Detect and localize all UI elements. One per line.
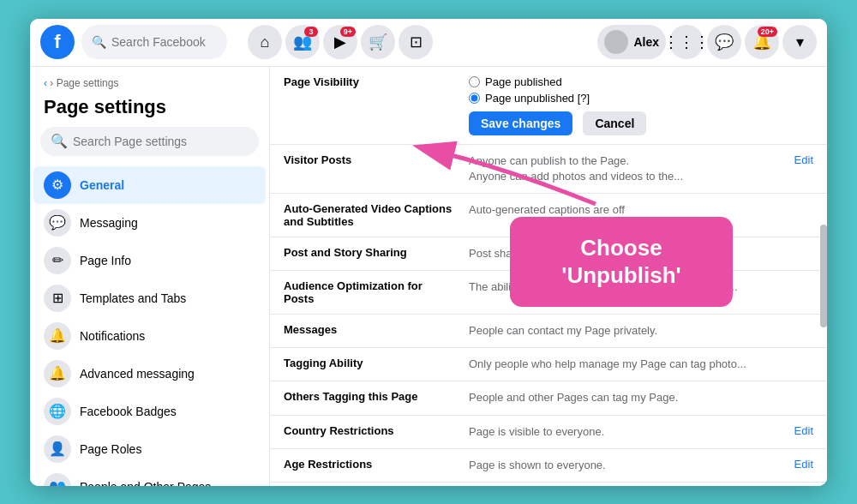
settings-row-visibility: Page Visibility Page published Page unpu… xyxy=(270,67,827,145)
published-option[interactable]: Page published xyxy=(469,75,813,88)
sidebar-item-label: Messaging xyxy=(80,216,138,230)
watch-badge: 9+ xyxy=(340,27,356,37)
home-nav-btn[interactable]: ⌂ xyxy=(248,25,282,59)
edit-btn[interactable]: Edit xyxy=(794,153,813,166)
notifications-badge: 20+ xyxy=(758,27,777,37)
row-value: People can contact my Page privately. xyxy=(469,323,813,339)
scroll-indicator[interactable] xyxy=(820,225,827,327)
sidebar-search-icon: 🔍 xyxy=(51,133,68,149)
messenger-btn[interactable]: 💬 xyxy=(707,25,741,59)
row-label: Auto-Generated Video Captions and Subtit… xyxy=(284,202,455,228)
row-label: Others Tagging this Page xyxy=(284,390,455,403)
row-value: Only people who help manage my Page can … xyxy=(469,357,813,372)
sidebar-item-general[interactable]: ⚙ General xyxy=(33,166,266,204)
unpublished-radio[interactable] xyxy=(469,93,480,104)
advanced-messaging-icon: 🔔 xyxy=(44,360,71,387)
settings-row-content-mod: Content Moderation No words are being bl… xyxy=(270,483,827,486)
settings-row-others-tagging: Others Tagging this Page People and othe… xyxy=(270,381,827,415)
user-avatar-btn[interactable]: Alex xyxy=(597,25,666,59)
grid-menu-btn[interactable]: ⋮⋮⋮ xyxy=(669,25,704,59)
sidebar-item-notifications[interactable]: 🔔 Notifications xyxy=(33,317,266,355)
marketplace-nav-btn[interactable]: 🛒 xyxy=(361,25,395,59)
settings-row-messages: Messages People can contact my Page priv… xyxy=(270,315,827,348)
visibility-btn-row: Save changes Cancel xyxy=(469,111,813,135)
avatar xyxy=(604,30,628,54)
row-value: Page is visible to everyone. xyxy=(469,424,781,440)
sidebar-item-label: Page Info xyxy=(80,254,131,267)
sidebar: ‹ › Page settings Page settings 🔍 ⚙ Gene… xyxy=(30,67,270,486)
browser-window: f 🔍 ⌂ 👥3 ▶9+ 🛒 ⊡ Alex ⋮⋮⋮ 💬 xyxy=(30,19,827,486)
row-label: Age Restrictions xyxy=(284,458,455,471)
sidebar-item-label: Notifications xyxy=(80,329,145,343)
gaming-nav-btn[interactable]: ⊡ xyxy=(399,25,433,59)
page-roles-icon: 👤 xyxy=(44,435,71,463)
right-nav-icons: Alex ⋮⋮⋮ 💬 🔔20+ ▾ xyxy=(597,25,817,59)
sidebar-item-label: Facebook Badges xyxy=(80,405,177,418)
notifications-icon: 🔔 xyxy=(44,322,71,350)
cancel-button[interactable]: Cancel xyxy=(583,111,646,135)
settings-row-visitor-posts: Visitor Posts Anyone can publish to the … xyxy=(270,145,827,194)
notifications-btn[interactable]: 🔔20+ xyxy=(745,25,779,59)
templates-icon: ⊞ xyxy=(44,285,71,312)
sidebar-item-label: Advanced messaging xyxy=(80,367,195,381)
content-area: Page Visibility Page published Page unpu… xyxy=(270,67,827,486)
published-radio[interactable] xyxy=(469,76,480,87)
row-value: Post sharing to Stories is On xyxy=(469,246,813,261)
sidebar-item-label: People and Other Pages xyxy=(80,480,211,486)
sidebar-item-messaging[interactable]: 💬 Messaging xyxy=(33,204,266,242)
sidebar-item-page-roles[interactable]: 👤 Page Roles xyxy=(33,430,266,468)
visibility-label: Page Visibility xyxy=(284,75,455,88)
row-label: Messages xyxy=(284,323,455,336)
row-label: Post and Story Sharing xyxy=(284,246,455,259)
breadcrumb-link[interactable]: ‹ xyxy=(44,77,47,89)
sidebar-title: Page settings xyxy=(30,93,269,127)
chevron-down-btn[interactable]: ▾ xyxy=(782,25,817,59)
sidebar-item-label: Page Roles xyxy=(80,442,141,456)
sidebar-item-page-info[interactable]: ✏ Page Info xyxy=(33,242,266,279)
row-value: Anyone can publish to the Page.Anyone ca… xyxy=(469,153,781,184)
top-nav: f 🔍 ⌂ 👥3 ▶9+ 🛒 ⊡ Alex ⋮⋮⋮ 💬 xyxy=(30,19,827,67)
sidebar-search-input[interactable] xyxy=(73,135,249,148)
user-name: Alex xyxy=(633,35,659,49)
general-icon: ⚙ xyxy=(44,171,71,199)
sidebar-search[interactable]: 🔍 xyxy=(40,127,259,156)
badges-icon: 🌐 xyxy=(44,398,71,425)
messaging-icon: 💬 xyxy=(44,209,71,237)
row-value: Auto-generated captions are off xyxy=(469,202,813,218)
breadcrumb: ‹ › Page settings xyxy=(30,77,269,93)
sidebar-item-label: General xyxy=(80,178,124,192)
page-info-icon: ✏ xyxy=(44,247,71,274)
settings-row-tagging: Tagging Ability Only people who help man… xyxy=(270,348,827,381)
search-bar[interactable]: 🔍 xyxy=(81,25,227,59)
sidebar-item-people-other[interactable]: 👥 People and Other Pages xyxy=(33,468,266,486)
unpublished-option[interactable]: Page unpublished [?] xyxy=(469,92,813,105)
row-label: Country Restrictions xyxy=(284,424,455,437)
sidebar-item-facebook-badges[interactable]: 🌐 Facebook Badges xyxy=(33,393,266,430)
settings-row-age: Age Restrictions Page is shown to everyo… xyxy=(270,449,827,483)
main-layout: ‹ › Page settings Page settings 🔍 ⚙ Gene… xyxy=(30,67,827,486)
row-value: The ability to select News Feed targetin… xyxy=(469,279,813,295)
search-icon: 🔍 xyxy=(92,35,106,49)
row-label: Visitor Posts xyxy=(284,153,455,166)
row-value: Page is shown to everyone. xyxy=(469,458,781,473)
sidebar-item-advanced-messaging[interactable]: 🔔 Advanced messaging xyxy=(33,355,266,393)
people-icon: 👥 xyxy=(44,473,71,486)
settings-row-audience-opt: Audience Optimization for Posts The abil… xyxy=(270,271,827,315)
settings-row-auto-captions: Auto-Generated Video Captions and Subtit… xyxy=(270,194,827,237)
watch-nav-btn[interactable]: ▶9+ xyxy=(323,25,357,59)
row-label: Tagging Ability xyxy=(284,357,455,369)
friends-badge: 3 xyxy=(304,27,318,37)
edit-btn[interactable]: Edit xyxy=(794,424,813,437)
search-input[interactable] xyxy=(111,35,217,49)
friends-nav-btn[interactable]: 👥3 xyxy=(285,25,320,59)
sidebar-item-label: Templates and Tabs xyxy=(80,291,186,305)
row-label: Audience Optimization for Posts xyxy=(284,279,455,305)
edit-btn[interactable]: Edit xyxy=(794,458,813,471)
visibility-radio-group: Page published Page unpublished [?] xyxy=(469,75,813,105)
facebook-logo[interactable]: f xyxy=(40,25,75,59)
sidebar-item-templates[interactable]: ⊞ Templates and Tabs xyxy=(33,279,266,317)
settings-row-post-sharing: Post and Story Sharing Post sharing to S… xyxy=(270,237,827,271)
save-changes-button[interactable]: Save changes xyxy=(469,111,572,135)
row-value: People and other Pages can tag my Page. xyxy=(469,390,813,405)
settings-row-country: Country Restrictions Page is visible to … xyxy=(270,416,827,449)
